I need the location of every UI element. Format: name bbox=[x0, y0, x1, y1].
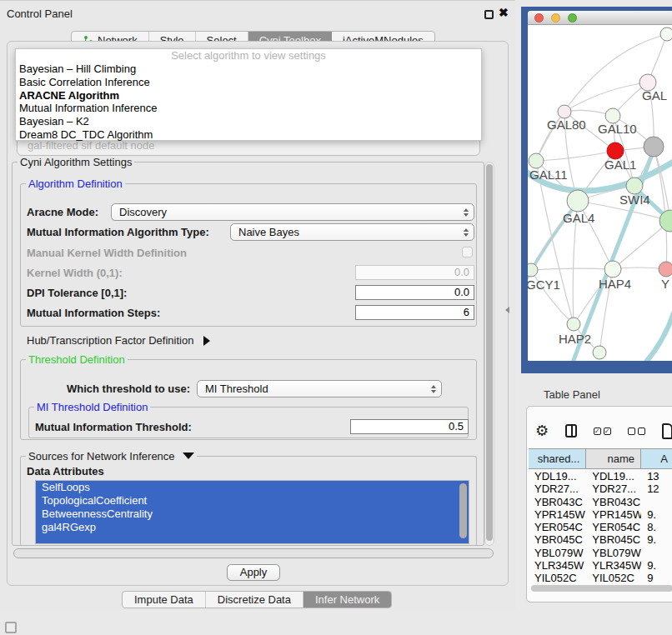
network-node[interactable] bbox=[644, 137, 664, 157]
mi-algorithm-type-value: Naive Bayes bbox=[238, 226, 299, 238]
hub-definition-toggle[interactable]: Hub/Transcription Factor Definition bbox=[27, 334, 210, 347]
spinner-arrows-icon bbox=[464, 224, 469, 240]
sources-title-label: Sources for Network Inference bbox=[28, 450, 175, 462]
list-scrollbar[interactable] bbox=[459, 483, 467, 538]
network-node-y[interactable] bbox=[659, 262, 672, 277]
algorithm-option[interactable]: Bayesian – K2 bbox=[16, 115, 481, 128]
sources-title[interactable]: Sources for Network Inference bbox=[26, 450, 197, 462]
table-cell: 13 bbox=[641, 470, 672, 482]
float-window-icon[interactable] bbox=[484, 10, 494, 19]
column-header[interactable]: name bbox=[586, 449, 641, 468]
bottom-tab-bar: Impute DataDiscretize DataInfer Network bbox=[122, 591, 392, 608]
mi-steps-field[interactable]: 6 bbox=[355, 305, 474, 320]
network-node-gal4[interactable] bbox=[567, 190, 589, 212]
attribute-list-item[interactable]: gal4RGexp bbox=[36, 521, 469, 534]
dpi-tolerance-label: DPI Tolerance [0,1]: bbox=[27, 287, 127, 299]
network-node[interactable] bbox=[593, 346, 606, 359]
algorithm-option[interactable]: Bayesian – Hill Climbing bbox=[16, 62, 481, 76]
column-header[interactable]: shared... bbox=[529, 449, 586, 468]
settings-horizontal-scrollbar[interactable] bbox=[13, 548, 494, 558]
network-edge[interactable] bbox=[604, 311, 672, 361]
bottom-tab-infer-network[interactable]: Infer Network bbox=[303, 592, 391, 608]
collapsed-arrow-icon bbox=[203, 336, 210, 346]
bottom-tab-discretize-data[interactable]: Discretize Data bbox=[206, 592, 303, 608]
table-row[interactable]: YDR27...YDR27...12 bbox=[529, 482, 672, 495]
network-node-hap2[interactable] bbox=[567, 318, 580, 331]
settings-vertical-scrollbar[interactable] bbox=[484, 162, 494, 546]
network-window-titlebar[interactable] bbox=[528, 11, 672, 25]
node-label: GAL11 bbox=[529, 168, 568, 182]
table-row[interactable]: YLR345WYLR345W9. bbox=[529, 559, 672, 572]
table-row[interactable]: YBR045CYBR045C9. bbox=[529, 533, 672, 546]
node-label: Y bbox=[661, 277, 669, 291]
table-row[interactable]: YIL052CYIL052C9 bbox=[529, 572, 672, 584]
select-all-icon[interactable]: ✓✓ bbox=[594, 428, 611, 435]
table-horizontal-scrollbar[interactable] bbox=[531, 585, 672, 592]
algorithm-option[interactable]: Dream8 DC_TDC Algorithm bbox=[16, 128, 481, 142]
table-toolbar: ⚙ ✓✓ bbox=[535, 418, 672, 443]
table-cell: YER054C bbox=[529, 521, 586, 533]
network-edge[interactable] bbox=[536, 151, 615, 161]
table-cell: YBR045C bbox=[586, 533, 641, 546]
bottom-tab-impute-data[interactable]: Impute Data bbox=[123, 592, 206, 608]
table-row[interactable]: YER054CYER054C8. bbox=[529, 521, 672, 533]
network-view-frame: GALGAL80GAL10GAL1GAL11SWI4GAL4GCY1HAP4YH… bbox=[521, 7, 672, 373]
expanded-arrow-icon bbox=[183, 452, 194, 459]
algorithm-option[interactable]: ARACNE Algorithm bbox=[16, 89, 481, 102]
node-label: GAL bbox=[642, 88, 667, 102]
table-cell: 9. bbox=[641, 533, 672, 546]
table-cell bbox=[641, 496, 672, 508]
network-node-gcy1[interactable] bbox=[528, 263, 538, 277]
attribute-list-item[interactable]: TopologicalCoefficient bbox=[36, 494, 469, 508]
which-threshold-combo[interactable]: MI Threshold bbox=[197, 380, 442, 398]
close-icon[interactable]: ✖ bbox=[499, 6, 509, 19]
network-node-swi4[interactable] bbox=[626, 178, 643, 194]
table-row[interactable]: YBR043CYBR043C bbox=[529, 496, 672, 508]
gear-icon[interactable]: ⚙ bbox=[535, 423, 549, 438]
splitter-collapse-icon[interactable] bbox=[505, 307, 509, 313]
dpi-tolerance-field[interactable]: 0.0 bbox=[355, 285, 474, 300]
close-traffic-light-icon[interactable] bbox=[534, 13, 544, 22]
zoom-traffic-light-icon[interactable] bbox=[568, 13, 577, 22]
table-cell: YLR345W bbox=[529, 559, 586, 572]
column-header[interactable]: A bbox=[641, 449, 672, 468]
minimize-traffic-light-icon[interactable] bbox=[551, 13, 560, 22]
manual-kernel-width-label: Manual Kernel Width Definition bbox=[27, 247, 187, 259]
algorithm-option[interactable]: Mutual Information Inference bbox=[16, 102, 481, 115]
select-none-icon[interactable] bbox=[628, 428, 645, 435]
kernel-width-field[interactable]: 0.0 bbox=[355, 265, 474, 280]
network-edge[interactable] bbox=[613, 221, 670, 269]
aracne-mode-combo[interactable]: Discovery bbox=[111, 203, 474, 221]
data-attributes-list[interactable]: SelfLoopsTopologicalCoefficientBetweenne… bbox=[35, 480, 469, 544]
node-table: shared...nameA YDL19...YDL19...13YDR27..… bbox=[529, 448, 672, 469]
cyni-algorithm-settings-title: Cyni Algorithm Settings bbox=[18, 156, 134, 168]
table-cell bbox=[641, 547, 672, 559]
columns-icon[interactable] bbox=[565, 424, 576, 438]
attribute-list-item[interactable]: SelfLoops bbox=[36, 481, 469, 494]
dock-grip-icon[interactable] bbox=[5, 622, 17, 633]
network-node-gal1[interactable] bbox=[607, 142, 624, 159]
network-node[interactable] bbox=[660, 28, 672, 41]
mi-algorithm-type-combo[interactable]: Naive Bayes bbox=[230, 223, 474, 241]
mi-threshold-field[interactable]: 0.5 bbox=[350, 419, 469, 434]
algorithm-option[interactable]: Basic Correlation Inference bbox=[16, 76, 481, 89]
table-cell: YER054C bbox=[586, 521, 641, 533]
network-edge[interactable] bbox=[531, 268, 613, 270]
manual-kernel-width-checkbox[interactable] bbox=[462, 247, 473, 258]
network-edge[interactable] bbox=[564, 82, 648, 112]
network-node-hap4[interactable] bbox=[604, 261, 621, 278]
network-node-gal80[interactable] bbox=[558, 105, 571, 118]
node-label: GAL10 bbox=[598, 122, 637, 136]
hub-definition-label: Hub/Transcription Factor Definition bbox=[27, 334, 193, 347]
mi-threshold-definition-title: MI Threshold Definition bbox=[34, 401, 150, 413]
table-icon[interactable] bbox=[662, 423, 672, 439]
network-node-gal11[interactable] bbox=[529, 153, 544, 168]
table-row[interactable]: YBL079WYBL079W bbox=[529, 547, 672, 559]
table-row[interactable]: YPR145WYPR145W9. bbox=[529, 508, 672, 521]
table-row[interactable]: YDL19...YDL19...13 bbox=[529, 470, 672, 482]
node-label: HAP2 bbox=[559, 332, 591, 346]
control-panel-title: Control Panel bbox=[7, 8, 73, 20]
attribute-list-item[interactable]: BetweennessCentrality bbox=[36, 508, 469, 521]
network-canvas[interactable]: GALGAL80GAL10GAL1GAL11SWI4GAL4GCY1HAP4YH… bbox=[528, 26, 672, 361]
apply-button[interactable]: Apply bbox=[227, 564, 280, 581]
